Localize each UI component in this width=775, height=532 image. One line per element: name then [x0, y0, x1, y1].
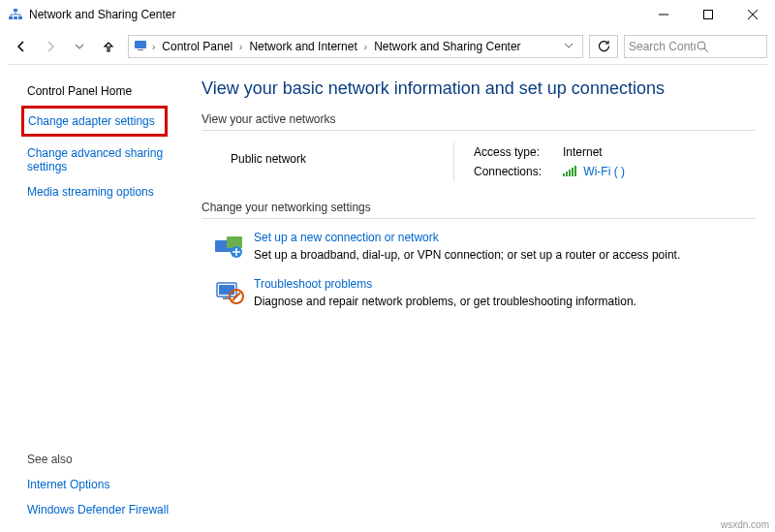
task-new-connection: Set up a new connection or network Set u…	[213, 231, 756, 262]
crumb-page[interactable]: Network and Sharing Center	[371, 40, 523, 53]
troubleshoot-icon	[213, 277, 244, 308]
access-type-label: Access type:	[474, 145, 563, 159]
address-bar[interactable]: › Control Panel › Network and Internet ›…	[128, 35, 583, 58]
crumb-category[interactable]: Network and Internet	[246, 40, 359, 53]
task-troubleshoot: Troubleshoot problems Diagnose and repai…	[213, 277, 756, 308]
refresh-button[interactable]	[589, 35, 618, 58]
rule	[202, 130, 756, 131]
chevron-right-icon[interactable]: ›	[360, 42, 371, 52]
svg-rect-9	[138, 49, 143, 50]
new-connection-icon	[213, 231, 244, 262]
maximize-button[interactable]	[686, 0, 730, 29]
wifi-connection-link[interactable]: Wi-Fi ( )	[583, 165, 625, 178]
page-heading: View your basic network information and …	[202, 78, 756, 99]
chevron-right-icon[interactable]: ›	[235, 42, 246, 52]
main-content: View your basic network information and …	[194, 65, 775, 532]
svg-rect-16	[219, 285, 234, 295]
troubleshoot-link[interactable]: Troubleshoot problems	[254, 277, 636, 291]
navbar: › Control Panel › Network and Internet ›…	[0, 29, 775, 64]
recent-dropdown[interactable]	[66, 33, 93, 60]
back-button[interactable]	[8, 33, 35, 60]
highlighted-adapter-link: Change adapter settings	[21, 106, 168, 137]
up-button[interactable]	[95, 33, 122, 60]
sidebar-home[interactable]: Control Panel Home	[27, 78, 194, 104]
network-center-icon	[8, 7, 23, 22]
troubleshoot-desc: Diagnose and repair network problems, or…	[254, 295, 636, 308]
sidebar: Control Panel Home Change adapter settin…	[0, 65, 194, 532]
search-placeholder: Search Control Panel	[629, 40, 696, 53]
sidebar-media-streaming[interactable]: Media streaming options	[27, 179, 194, 204]
cp-icon	[133, 38, 148, 56]
sidebar-internet-options[interactable]: Internet Options	[27, 472, 169, 497]
credit: wsxdn.com	[721, 519, 769, 530]
search-input[interactable]: Search Control Panel	[624, 35, 767, 58]
svg-rect-3	[14, 9, 17, 12]
sidebar-advanced-sharing[interactable]: Change advanced sharing settings	[27, 141, 172, 179]
svg-rect-0	[9, 16, 13, 19]
active-networks-title: View your active networks	[202, 112, 756, 126]
svg-rect-2	[18, 16, 22, 19]
search-icon	[696, 40, 762, 53]
titlebar: Network and Sharing Center	[0, 0, 775, 29]
svg-rect-13	[227, 236, 242, 248]
connections-label: Connections:	[474, 165, 563, 178]
active-network-row: Public network Access type: Internet Con…	[231, 142, 756, 181]
svg-line-11	[704, 48, 708, 52]
close-button[interactable]	[730, 0, 775, 29]
new-connection-link[interactable]: Set up a new connection or network	[254, 231, 680, 244]
svg-rect-5	[704, 11, 713, 19]
access-type-value: Internet	[563, 145, 603, 159]
svg-point-10	[698, 42, 705, 49]
wifi-signal-icon	[563, 166, 576, 176]
minimize-button[interactable]	[641, 0, 686, 29]
new-connection-desc: Set up a broadband, dial-up, or VPN conn…	[254, 248, 680, 262]
sidebar-firewall[interactable]: Windows Defender Firewall	[27, 497, 169, 522]
see-also-label: See also	[27, 447, 169, 472]
svg-rect-8	[135, 41, 146, 48]
svg-rect-1	[14, 16, 17, 19]
network-name: Public network	[231, 142, 453, 181]
rule	[202, 218, 756, 219]
crumb-root[interactable]: Control Panel	[159, 40, 235, 53]
window-title: Network and Sharing Center	[29, 8, 641, 21]
chevron-right-icon[interactable]: ›	[148, 42, 159, 52]
forward-button[interactable]	[37, 33, 64, 60]
sidebar-adapter-settings[interactable]: Change adapter settings	[28, 110, 155, 132]
change-settings-title: Change your networking settings	[202, 201, 756, 214]
address-dropdown[interactable]	[559, 40, 578, 53]
